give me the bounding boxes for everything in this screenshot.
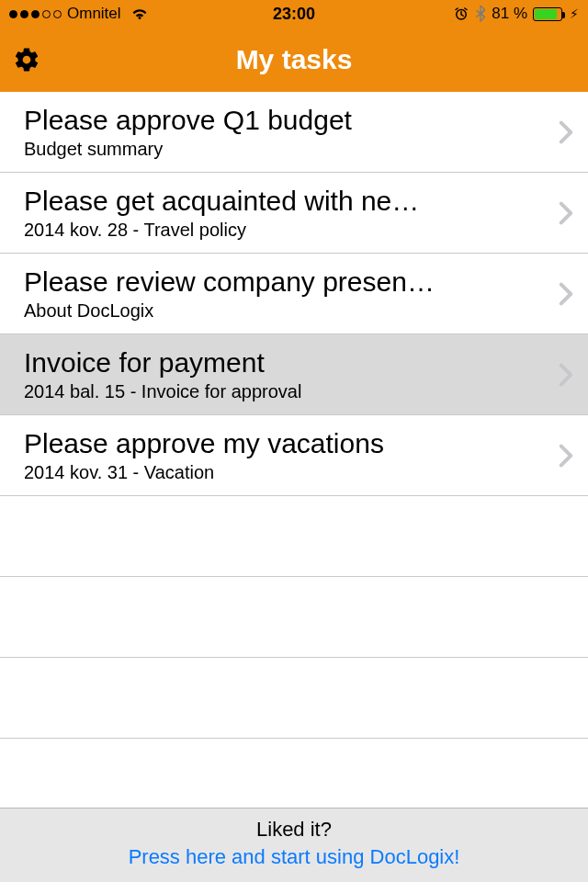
clock-label: 23:00 — [273, 5, 315, 24]
task-title: Please get acquainted with ne… — [24, 185, 549, 218]
signal-strength-icon — [9, 10, 62, 18]
task-subtitle: 2014 kov. 28 - Travel policy — [24, 220, 549, 241]
carrier-label: Omnitel — [67, 5, 121, 23]
task-title: Invoice for payment — [24, 346, 549, 379]
settings-button[interactable] — [13, 46, 40, 74]
chevron-right-icon — [559, 363, 573, 387]
empty-row — [0, 658, 588, 739]
page-title: My tasks — [236, 44, 353, 75]
status-right: 81 % ⚡︎ — [453, 5, 579, 23]
task-row[interactable]: Please approve my vacations 2014 kov. 31… — [0, 415, 588, 496]
task-subtitle: 2014 kov. 31 - Vacation — [24, 462, 549, 483]
task-title: Please approve Q1 budget — [24, 104, 549, 137]
nav-bar: My tasks — [0, 28, 588, 92]
task-subtitle: 2014 bal. 15 - Invoice for approval — [24, 381, 549, 402]
task-row[interactable]: Invoice for payment 2014 bal. 15 - Invoi… — [0, 334, 588, 415]
task-row[interactable]: Please approve Q1 budget Budget summary — [0, 92, 588, 173]
task-row[interactable]: Please get acquainted with ne… 2014 kov.… — [0, 173, 588, 254]
empty-row — [0, 577, 588, 658]
status-bar: Omnitel 23:00 81 % ⚡︎ — [0, 0, 588, 28]
chevron-right-icon — [559, 201, 573, 225]
footer-text: Liked it? — [0, 818, 588, 842]
task-title: Please review company presen… — [24, 266, 549, 299]
wifi-icon — [130, 7, 149, 20]
task-subtitle: About DocLogix — [24, 300, 549, 322]
chevron-right-icon — [559, 120, 573, 144]
footer-link[interactable]: Press here and start using DocLogix! — [0, 845, 588, 869]
task-row[interactable]: Please review company presen… About DocL… — [0, 254, 588, 334]
chevron-right-icon — [559, 444, 573, 468]
status-left: Omnitel — [9, 5, 149, 23]
empty-row — [0, 496, 588, 577]
battery-icon — [533, 7, 562, 21]
bluetooth-icon — [475, 6, 486, 22]
charging-icon: ⚡︎ — [570, 6, 579, 21]
chevron-right-icon — [559, 282, 573, 306]
battery-pct-label: 81 % — [492, 5, 527, 23]
alarm-icon — [453, 6, 469, 22]
task-title: Please approve my vacations — [24, 427, 549, 460]
task-subtitle: Budget summary — [24, 139, 549, 160]
task-list: Please approve Q1 budget Budget summary … — [0, 92, 588, 739]
footer-banner[interactable]: Liked it? Press here and start using Doc… — [0, 808, 588, 882]
